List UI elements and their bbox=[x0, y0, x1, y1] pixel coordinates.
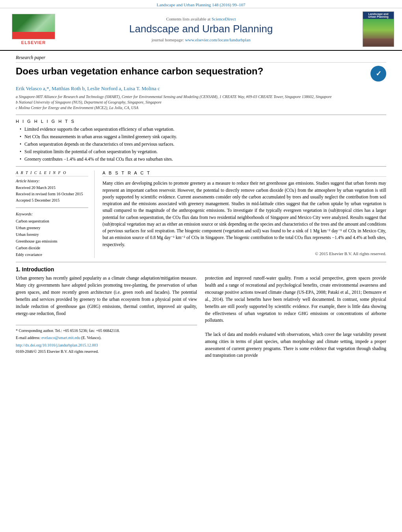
abstract-text: Many cities are developing policies to p… bbox=[102, 180, 386, 248]
article-title: Does urban vegetation enhance carbon seq… bbox=[16, 66, 367, 77]
article-type: Research paper bbox=[16, 55, 386, 63]
sciencedirect-link[interactable]: ScienceDirect bbox=[212, 17, 236, 21]
highlights-section: H I G H L I G H T S Limited evidence sup… bbox=[16, 119, 386, 162]
affiliations: a Singapore-MIT Alliance for Research an… bbox=[16, 94, 386, 111]
email-link[interactable]: evelasco@smart.mit.edu bbox=[41, 336, 80, 340]
copyright-line: © 2015 Elsevier B.V. All rights reserved… bbox=[102, 251, 386, 256]
journal-thumbnail: Landscape andUrban Planning bbox=[363, 11, 394, 47]
highlight-1: Limited evidence supports the carbon seq… bbox=[20, 126, 386, 132]
authors-line: Erik Velasco a,*, Matthias Roth b, Lesli… bbox=[16, 85, 386, 92]
divider-3 bbox=[16, 262, 386, 262]
email-label: E-mail address: bbox=[16, 336, 40, 340]
citation-text: Landscape and Urban Planning 148 (2016) … bbox=[157, 2, 246, 7]
intro-col-1: Urban greenery has recently gained popul… bbox=[16, 275, 197, 359]
article-info-col: A R T I C L E I N F O Article history: R… bbox=[16, 171, 95, 258]
crossmark-badge: ✓ bbox=[370, 66, 386, 82]
publisher-logo: ELSEVIER bbox=[8, 14, 59, 45]
keywords-list: Carbon sequestration Urban greenery Urba… bbox=[16, 218, 88, 258]
kw-6: Eddy covariance bbox=[16, 251, 88, 258]
kw-4: Greenhouse gas emissions bbox=[16, 238, 88, 245]
elsevier-logo: ELSEVIER bbox=[8, 14, 59, 45]
highlight-4: Soil respiration limits the potential of… bbox=[20, 148, 386, 155]
divider-1 bbox=[16, 115, 386, 115]
journal-title: Landscape and Urban Planning bbox=[59, 23, 343, 35]
kw-5: Carbon dioxide bbox=[16, 245, 88, 251]
footnote-area: * Corresponding author. Tel.: +65 6516 5… bbox=[16, 325, 197, 354]
abstract-label: A B S T R A C T bbox=[102, 171, 386, 177]
highlight-3: Carbon sequestration depends on the char… bbox=[20, 141, 386, 147]
kw-1: Carbon sequestration bbox=[16, 218, 88, 224]
title-row: Does urban vegetation enhance carbon seq… bbox=[16, 66, 386, 82]
citation-bar: Landscape and Urban Planning 148 (2016) … bbox=[0, 0, 402, 8]
thumb-image bbox=[363, 19, 394, 46]
abstract-col: A B S T R A C T Many cities are developi… bbox=[102, 171, 386, 258]
dates: Received 20 March 2015 Received in revis… bbox=[16, 185, 88, 204]
homepage-link[interactable]: www.elsevier.com/locate/landurbplan bbox=[185, 37, 250, 42]
intro-para-2: protection and improved runoff-water qua… bbox=[205, 275, 386, 359]
doi-link[interactable]: http://dx.doi.org/10.1016/j.landurbplan.… bbox=[16, 343, 98, 347]
history-label: Article history: bbox=[16, 179, 88, 183]
received-date: Received 20 March 2015 bbox=[16, 185, 88, 191]
keywords-section: Keywords: Carbon sequestration Urban gre… bbox=[16, 212, 88, 258]
highlight-5: Greenery contributes −1.4% and 4.4% of t… bbox=[20, 156, 386, 162]
intro-title: 1. Introduction bbox=[16, 266, 386, 272]
corresponding-footnote: * Corresponding author. Tel.: +65 6516 5… bbox=[16, 328, 197, 334]
divider-2 bbox=[16, 166, 386, 167]
intro-columns: Urban greenery has recently gained popul… bbox=[16, 275, 386, 359]
highlights-label: H I G H L I G H T S bbox=[16, 119, 386, 124]
intro-col-2: protection and improved runoff-water qua… bbox=[205, 275, 386, 359]
article-info-label: A R T I C L E I N F O bbox=[16, 171, 88, 176]
highlight-2: Net CO₂ flux measurements in urban areas… bbox=[20, 133, 386, 140]
info-divider bbox=[16, 208, 88, 208]
journal-thumbnail-area: Landscape andUrban Planning bbox=[343, 11, 394, 47]
body-section: 1. Introduction Urban greenery has recen… bbox=[16, 266, 386, 359]
thumb-title: Landscape andUrban Planning bbox=[363, 12, 394, 19]
logo-image bbox=[12, 14, 55, 39]
kw-3: Urban forestry bbox=[16, 231, 88, 238]
affiliation-b: b National University of Singapore (NUS)… bbox=[16, 100, 386, 105]
affiliation-a: a Singapore-MIT Alliance for Research an… bbox=[16, 94, 386, 100]
sciencedirect-line: Contents lists available at ScienceDirec… bbox=[59, 17, 343, 21]
accepted-date: Accepted 5 December 2015 bbox=[16, 197, 88, 204]
highlights-list: Limited evidence supports the carbon seq… bbox=[16, 126, 386, 162]
keywords-label: Keywords: bbox=[16, 212, 88, 216]
journal-title-area: Contents lists available at ScienceDirec… bbox=[59, 17, 343, 42]
email-footnote: E-mail address: evelasco@smart.mit.edu (… bbox=[16, 335, 197, 341]
doi-line: http://dx.doi.org/10.1016/j.landurbplan.… bbox=[16, 342, 197, 348]
intro-para-1: Urban greenery has recently gained popul… bbox=[16, 275, 197, 317]
issn-line: 0169-2046/© 2015 Elsevier B.V. All right… bbox=[16, 348, 197, 355]
elsevier-text: ELSEVIER bbox=[21, 40, 46, 45]
email-name: (E. Velasco). bbox=[81, 336, 101, 340]
homepage-line: journal homepage: www.elsevier.com/locat… bbox=[59, 37, 343, 42]
journal-header: ELSEVIER Contents lists available at Sci… bbox=[0, 8, 402, 51]
authors-text: Erik Velasco a,*, Matthias Roth b, Lesli… bbox=[16, 85, 160, 91]
kw-2: Urban greenery bbox=[16, 224, 88, 231]
revised-date: Received in revised form 16 October 2015 bbox=[16, 191, 88, 197]
info-abstract-area: A R T I C L E I N F O Article history: R… bbox=[16, 171, 386, 258]
affiliation-c: c Molina Center for Energy and the Envir… bbox=[16, 105, 386, 111]
main-content: Research paper Does urban vegetation enh… bbox=[0, 51, 402, 363]
